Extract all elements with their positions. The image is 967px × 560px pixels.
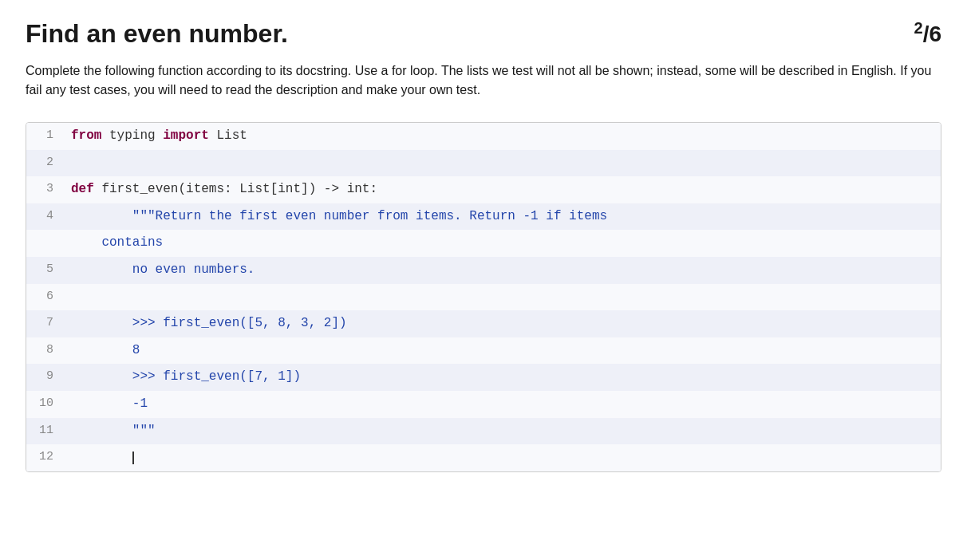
line-code-12[interactable] — [65, 444, 941, 471]
line-code-11: """ — [65, 418, 941, 445]
line-code-2 — [65, 150, 941, 177]
code-line-11: 11 """ — [26, 418, 941, 445]
line-num-4b — [26, 230, 65, 257]
line-code-5: no even numbers. — [65, 257, 941, 284]
line-num-3: 3 — [26, 176, 65, 203]
code-line-12[interactable]: 12 — [26, 444, 941, 471]
line-num-5: 5 — [26, 257, 65, 284]
line-num-6: 6 — [26, 284, 65, 311]
line-code-4b: contains — [65, 230, 941, 257]
line-code-8: 8 — [65, 337, 941, 365]
code-line-7: 7 >>> first_even([5, 8, 3, 2]) — [26, 310, 941, 337]
line-num-2: 2 — [26, 150, 65, 177]
code-table: 1 from typing import List 2 3 def first_… — [26, 123, 941, 471]
line-code-3: def first_even(items: List[int]) -> int: — [65, 176, 941, 203]
code-line-9: 9 >>> first_even([7, 1]) — [26, 364, 941, 391]
code-line-4b: contains — [26, 230, 941, 257]
page-counter: 2/6 — [914, 19, 941, 47]
line-num-1: 1 — [26, 123, 65, 150]
code-line-10: 10 -1 — [26, 391, 941, 418]
line-num-7: 7 — [26, 310, 65, 337]
line-code-6 — [65, 284, 941, 311]
text-cursor — [132, 452, 134, 464]
code-line-8: 8 8 — [26, 337, 941, 365]
code-editor: 1 from typing import List 2 3 def first_… — [26, 122, 941, 472]
line-code-7: >>> first_even([5, 8, 3, 2]) — [65, 310, 941, 337]
line-code-4: """Return the first even number from ite… — [65, 203, 941, 231]
code-line-5: 5 no even numbers. — [26, 257, 941, 284]
page-title: Find an even number. — [26, 19, 288, 49]
line-num-4: 4 — [26, 203, 65, 231]
line-num-9: 9 — [26, 364, 65, 391]
line-num-11: 11 — [26, 418, 65, 445]
header-row: Find an even number. 2/6 — [26, 19, 941, 49]
line-code-9: >>> first_even([7, 1]) — [65, 364, 941, 391]
line-code-10: -1 — [65, 391, 941, 418]
line-num-12: 12 — [26, 444, 65, 471]
code-line-2: 2 — [26, 150, 941, 177]
line-num-8: 8 — [26, 337, 65, 365]
page-counter-numerator: 2 — [914, 19, 923, 37]
code-line-3: 3 def first_even(items: List[int]) -> in… — [26, 176, 941, 203]
code-line-1: 1 from typing import List — [26, 123, 941, 150]
page-counter-denominator: 6 — [929, 22, 941, 46]
description: Complete the following function accordin… — [26, 61, 935, 100]
line-code-1: from typing import List — [65, 123, 941, 150]
line-num-10: 10 — [26, 391, 65, 418]
code-line-6: 6 — [26, 284, 941, 311]
code-line-4: 4 """Return the first even number from i… — [26, 203, 941, 231]
